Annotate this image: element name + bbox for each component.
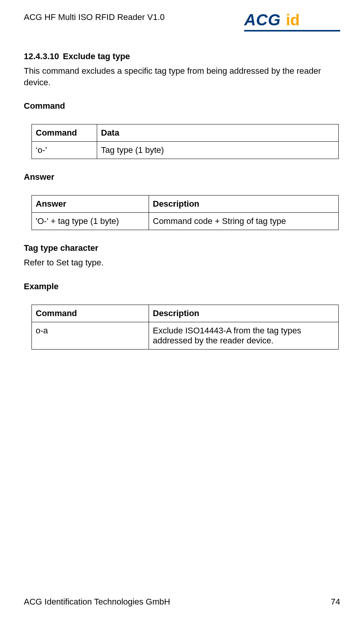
example-th-description: Description <box>149 305 339 322</box>
command-table: Command Data ‘o-’ Tag type (1 byte) <box>31 124 339 159</box>
company-logo: ACG id <box>244 11 340 29</box>
example-heading: Example <box>24 282 340 292</box>
footer-company: ACG Identification Technologies GmbH <box>24 597 170 607</box>
logo-underline <box>244 30 340 31</box>
command-cell-data: Tag type (1 byte) <box>97 142 339 159</box>
section-intro: This command excludes a specific tag typ… <box>24 65 340 88</box>
example-cell-desc: Exclude ISO14443-A from the tag types ad… <box>149 322 339 350</box>
answer-th-answer: Answer <box>32 196 149 213</box>
tagtype-heading: Tag type character <box>24 243 340 253</box>
command-heading: Command <box>24 101 340 111</box>
doc-title: ACG HF Multi ISO RFID Reader V1.0 <box>24 11 165 22</box>
section-title: Exclude tag type <box>63 51 130 61</box>
answer-cell-desc: Command code + String of tag type <box>149 213 339 230</box>
answer-heading: Answer <box>24 172 340 182</box>
page-header: ACG HF Multi ISO RFID Reader V1.0 ACG id <box>24 11 340 29</box>
footer-page-number: 74 <box>331 597 340 607</box>
answer-table: Answer Description 'O-' + tag type (1 by… <box>31 195 339 230</box>
section-number: 12.4.3.10 <box>24 51 59 61</box>
example-table: Command Description o-a Exclude ISO14443… <box>31 305 339 350</box>
tagtype-body: Refer to Set tag type. <box>24 257 340 268</box>
command-cell-cmd: ‘o-’ <box>32 142 97 159</box>
answer-th-description: Description <box>149 196 339 213</box>
answer-cell-ans: 'O-' + tag type (1 byte) <box>32 213 149 230</box>
example-cell-cmd: o-a <box>32 322 149 350</box>
command-th-data: Data <box>97 124 339 142</box>
logo-text-main: ACG <box>244 11 281 29</box>
page-footer: ACG Identification Technologies GmbH 74 <box>24 597 340 607</box>
command-th-command: Command <box>32 124 97 142</box>
logo-text-sub: id <box>286 12 300 28</box>
section-heading: 12.4.3.10 Exclude tag type <box>24 51 340 61</box>
example-th-command: Command <box>32 305 149 322</box>
